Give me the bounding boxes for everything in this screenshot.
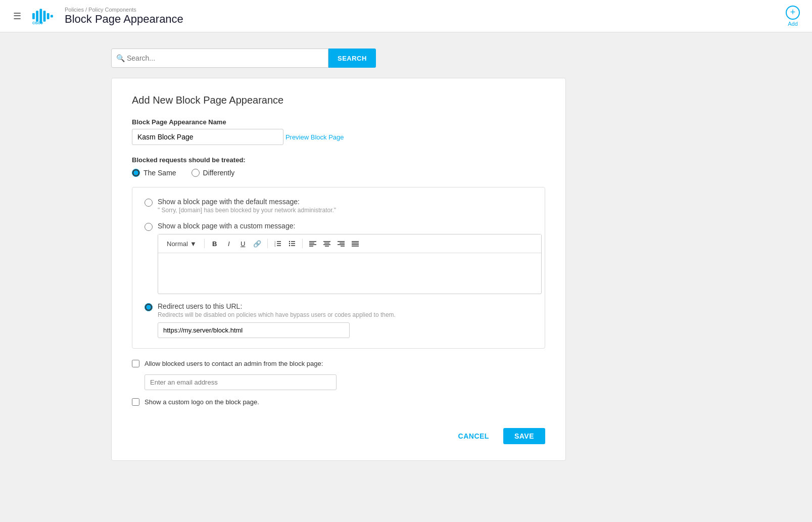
svg-rect-3 <box>43 11 46 22</box>
header-title-block: Policies / Policy Components Block Page … <box>65 7 183 26</box>
email-input[interactable] <box>145 374 337 390</box>
rte-align-left-button[interactable] <box>307 238 319 250</box>
form-footer: CANCEL SAVE <box>132 420 545 444</box>
rte-underline-button[interactable]: U <box>237 238 249 250</box>
name-label: Block Page Appearance Name <box>132 118 545 126</box>
option3-label: Redirect users to this URL: <box>158 302 396 310</box>
redirect-url-input[interactable] <box>158 322 350 338</box>
option3-sub: Redirects will be disabled on policies w… <box>158 311 396 318</box>
svg-text:3.: 3. <box>274 245 276 247</box>
cancel-button[interactable]: CANCEL <box>450 428 497 444</box>
rte-italic-button[interactable]: I <box>223 238 235 250</box>
rte-align-right-button[interactable] <box>335 238 347 250</box>
save-button[interactable]: SAVE <box>503 428 545 444</box>
rte-format-select[interactable]: Normal ▼ <box>163 239 200 249</box>
option2-radio[interactable] <box>145 223 153 231</box>
option1-content: Show a block page with the default messa… <box>158 198 336 214</box>
menu-button[interactable]: ☰ <box>8 7 26 25</box>
form-card: Add New Block Page Appearance Block Page… <box>111 78 566 461</box>
menu-icon: ☰ <box>13 11 21 22</box>
svg-text:CISCO: CISCO <box>32 21 43 24</box>
blocked-label: Blocked requests should be treated: <box>132 156 545 164</box>
rte-divider2 <box>267 239 268 248</box>
search-button[interactable]: SEARCH <box>328 49 376 68</box>
rte-toolbar: Normal ▼ B I U 🔗 1.2.3. <box>158 234 541 253</box>
radio-differently-label: Differently <box>203 169 235 177</box>
search-icon: 🔍 <box>116 54 125 62</box>
rte-divider3 <box>302 239 303 248</box>
rte-bold-button[interactable]: B <box>209 238 221 250</box>
option1-label: Show a block page with the default messa… <box>158 198 336 206</box>
radio-same-option[interactable]: The Same <box>132 169 176 177</box>
radio-differently-input[interactable] <box>192 169 200 177</box>
option3-row: Redirect users to this URL: Redirects wi… <box>145 302 533 338</box>
radio-same-input[interactable] <box>132 169 140 177</box>
rte-align-center-button[interactable] <box>321 238 333 250</box>
search-input[interactable] <box>111 49 328 68</box>
option1-radio[interactable] <box>145 199 153 207</box>
main-content: 🔍 SEARCH Add New Block Page Appearance B… <box>0 32 812 477</box>
rte-ol-button[interactable]: 1.2.3. <box>272 238 284 250</box>
option2-content: Show a block page with a custom message:… <box>158 222 542 294</box>
option2-row: Show a block page with a custom message:… <box>145 222 533 294</box>
form-title: Add New Block Page Appearance <box>132 94 545 106</box>
svg-rect-4 <box>47 13 50 19</box>
svg-rect-0 <box>32 13 35 19</box>
rte-ul-button[interactable] <box>286 238 298 250</box>
rte-align-justify-button[interactable] <box>349 238 361 250</box>
checkbox1-row: Allow blocked users to contact an admin … <box>132 360 545 367</box>
option2-label: Show a block page with a custom message: <box>158 222 542 230</box>
search-input-wrapper: 🔍 <box>111 49 328 68</box>
svg-point-18 <box>289 245 290 246</box>
checkbox2-label: Show a custom logo on the block page. <box>145 398 259 406</box>
svg-point-16 <box>289 241 290 242</box>
search-bar: 🔍 SEARCH <box>111 49 812 68</box>
rte-link-button[interactable]: 🔗 <box>251 238 263 250</box>
rte-divider1 <box>204 239 205 248</box>
radio-same-label: The Same <box>144 169 176 177</box>
option1-sub: " Sorry, [domain] has been blocked by yo… <box>158 207 336 214</box>
custom-logo-checkbox[interactable] <box>132 398 139 406</box>
allow-contact-checkbox[interactable] <box>132 360 139 367</box>
rte-format-label: Normal <box>167 240 188 248</box>
option3-radio[interactable] <box>145 303 153 311</box>
add-button[interactable]: + Add <box>786 6 800 27</box>
blocked-radio-group: The Same Differently <box>132 169 545 177</box>
rte-wrapper: Normal ▼ B I U 🔗 1.2.3. <box>158 234 542 294</box>
radio-differently-option[interactable]: Differently <box>192 169 235 177</box>
checkbox2-row: Show a custom logo on the block page. <box>132 398 545 406</box>
preview-block-page-link[interactable]: Preview Block Page <box>285 133 344 141</box>
option3-content: Redirect users to this URL: Redirects wi… <box>158 302 396 338</box>
add-label: Add <box>788 21 798 27</box>
block-options-box: Show a block page with the default messa… <box>132 187 545 349</box>
rte-body[interactable] <box>158 253 541 294</box>
checkbox1-label: Allow blocked users to contact an admin … <box>145 360 323 367</box>
svg-rect-1 <box>36 11 38 22</box>
name-input[interactable] <box>132 129 283 145</box>
rte-format-chevron-icon: ▼ <box>190 240 197 248</box>
cisco-logo: CISCO <box>32 8 57 24</box>
add-icon: + <box>786 6 800 20</box>
breadcrumb: Policies / Policy Components <box>65 7 183 13</box>
svg-point-17 <box>289 243 290 244</box>
option1-row: Show a block page with the default messa… <box>145 198 533 214</box>
app-header: ☰ CISCO Policies / Policy Components Blo… <box>0 0 812 32</box>
svg-rect-5 <box>51 15 53 17</box>
page-title: Block Page Appearance <box>65 13 183 26</box>
